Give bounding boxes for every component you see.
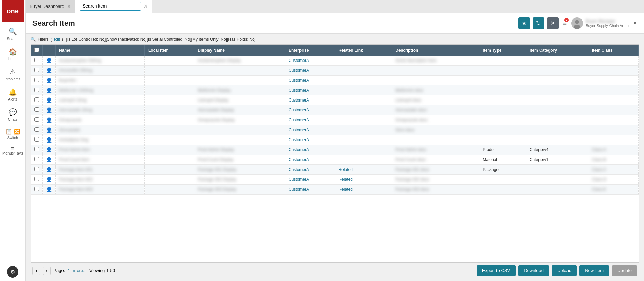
upload-button[interactable]: Upload [552,265,577,276]
table-row: 👤Prod-Count-ItemProd-Count DisplayCustom… [31,155,639,165]
col-description[interactable]: Description [392,45,479,56]
row-checkbox[interactable] [34,107,39,112]
row-person-icon-cell: 👤 [43,135,56,145]
row-checkbox[interactable] [34,157,39,161]
col-local-item[interactable]: Local Item [145,45,194,56]
row-related-link[interactable]: Related [335,165,392,175]
row-enterprise: CustomerA [285,115,335,125]
row-related-link [335,125,392,135]
row-local-item [145,135,194,145]
tab-buyer-dashboard[interactable]: Buyer Dashboard ✕ [26,0,75,13]
sidebar-item-chats[interactable]: 💬 Chats [0,105,25,125]
row-checkbox-cell[interactable] [31,76,43,85]
row-display-name: Prod-Count Display [194,155,285,165]
sidebar-item-home[interactable]: 🏠 Home [0,44,25,64]
row-item-type [479,125,526,135]
row-display-name [194,125,285,135]
sidebar-item-menus-favs[interactable]: ☰ Menus/Favs [0,143,25,159]
row-local-item [145,125,194,135]
col-item-type[interactable]: Item Type [479,45,526,56]
col-item-category[interactable]: Item Category [526,45,588,56]
row-related-link [335,145,392,155]
row-name: Acetaminophen 500mg [56,56,145,66]
row-item-class [588,56,639,66]
row-name: Package-Item-002 [56,175,145,185]
col-enterprise[interactable]: Enterprise [285,45,335,56]
row-item-type [479,175,526,185]
tab-search-item-close[interactable]: ✕ [144,4,148,9]
menu-button[interactable]: ≡ ● [561,19,569,27]
row-related-link[interactable]: Related [335,185,392,195]
star-button[interactable]: ★ [518,17,530,29]
row-checkbox[interactable] [34,58,39,62]
dropdown-arrow-icon[interactable]: ▼ [633,21,637,26]
row-checkbox-cell[interactable] [31,135,43,145]
refresh-button[interactable]: ↻ [533,17,544,29]
row-related-link[interactable]: Related [335,175,392,185]
row-checkbox[interactable] [34,147,39,151]
page-number-link[interactable]: 1 [68,268,70,273]
sidebar-item-switch[interactable]: 📋 🔀 Switch [0,125,25,143]
prev-page-button[interactable]: ‹ [32,267,40,275]
search-input[interactable] [80,2,141,11]
row-checkbox-cell[interactable] [31,175,43,185]
select-all-checkbox[interactable] [34,48,39,52]
row-item-type [479,185,526,195]
sidebar-item-alerts[interactable]: 🔔 Alerts [0,84,25,105]
row-description [392,66,479,76]
tab-buyer-dashboard-close[interactable]: ✕ [67,4,71,9]
col-related-link[interactable]: Related Link [335,45,392,56]
row-checkbox[interactable] [34,68,39,72]
row-checkbox-cell[interactable] [31,105,43,115]
row-checkbox[interactable] [34,137,39,142]
person-icon: 👤 [46,78,52,83]
row-description: Simv desc [392,125,479,135]
download-button[interactable]: Download [518,265,549,276]
sidebar-item-problems[interactable]: ⚠ Problems [0,64,25,84]
close-button[interactable]: ✕ [547,17,559,29]
row-local-item [145,66,194,76]
person-icon: 👤 [46,58,52,63]
row-checkbox-cell[interactable] [31,145,43,155]
row-checkbox[interactable] [34,177,39,181]
table-row: 👤Amoxicillin 250mgCustomerA [31,66,639,76]
col-item-class[interactable]: Item Class [588,45,639,56]
new-item-button[interactable]: New Item [579,265,609,276]
row-checkbox-cell[interactable] [31,185,43,195]
row-checkbox[interactable] [34,88,39,92]
table-container[interactable]: Name Local Item Display Name Enterprise … [31,44,639,263]
warning-icon: ⚠ [10,68,16,76]
row-checkbox-cell[interactable] [31,155,43,165]
row-checkbox[interactable] [34,78,39,82]
row-checkbox[interactable] [34,97,39,102]
row-checkbox-cell[interactable] [31,115,43,125]
settings-icon[interactable]: ⚙ [7,266,18,278]
col-display-name[interactable]: Display Name [194,45,285,56]
row-description: Omeprazole desc [392,115,479,125]
person-icon: 👤 [46,187,52,192]
row-checkbox[interactable] [34,117,39,122]
sidebar-item-search[interactable]: 🔍 Search [0,24,25,44]
row-name: Prod-Count-Item [56,155,145,165]
more-pages-link[interactable]: more... [73,268,87,273]
row-checkbox-cell[interactable] [31,66,43,76]
row-description: Atorvastatin desc [392,105,479,115]
row-checkbox-cell[interactable] [31,95,43,105]
row-checkbox[interactable] [34,167,39,171]
col-checkbox[interactable] [31,45,43,56]
export-csv-button[interactable]: Export to CSV [477,265,516,276]
row-checkbox-cell[interactable] [31,56,43,66]
row-checkbox[interactable] [34,127,39,132]
row-person-icon-cell: 👤 [43,185,56,195]
row-checkbox-cell[interactable] [31,85,43,95]
row-display-name: Lisinopril Display [194,95,285,105]
tab-search-item[interactable]: ✕ [75,0,152,13]
row-checkbox-cell[interactable] [31,165,43,175]
row-checkbox[interactable] [34,187,39,191]
table-row: 👤Package-Item-002Package 002 DisplayCust… [31,175,639,185]
row-checkbox-cell[interactable] [31,125,43,135]
next-page-button[interactable]: › [43,267,51,275]
update-button[interactable]: Update [612,265,637,276]
col-name[interactable]: Name [56,45,145,56]
filters-edit-link[interactable]: edit [54,37,60,42]
